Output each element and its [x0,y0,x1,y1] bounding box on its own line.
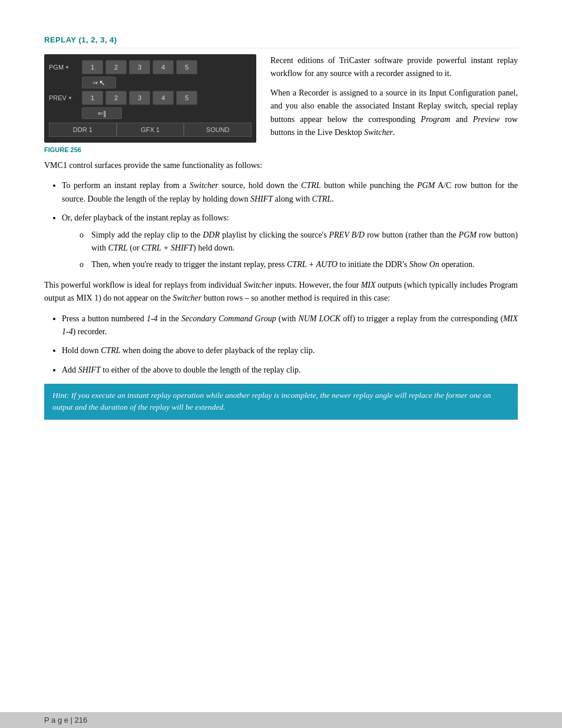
sub-bullet-item-2: Then, when you're ready to trigger the i… [80,258,518,271]
bullet-item-3: Press a button numbered 1-4 in the Secon… [62,312,518,339]
sub-bullet-list: Simply add the replay clip to the DDR pl… [80,229,518,272]
body-text-2: This powerful workflow is ideal for repl… [44,279,518,305]
switcher-figure: PGM ▼ 1 2 3 4 5 ⇒ ↖ [44,54,256,153]
figure-text-row: PGM ▼ 1 2 3 4 5 ⇒ ↖ [44,54,518,153]
right-text-column: Recent editions of TriCaster software pr… [270,54,518,145]
pgm-btn-4[interactable]: 4 [153,60,174,74]
pgm-row: PGM ▼ 1 2 3 4 5 [49,60,252,74]
bullet-item-1: To perform an instant replay from a Swit… [62,179,518,206]
switcher-display: PGM ▼ 1 2 3 4 5 ⇒ ↖ [44,54,256,143]
replay-arrow-btn[interactable]: ⇒ ↖ [82,77,116,88]
replay-pause-icon: ⇐‖ [98,110,107,117]
cursor-icon: ↖ [99,78,105,87]
figure-caption: FIGURE 256 [44,146,256,153]
bottom-row: DDR 1 GFX 1 SOUND [49,123,252,137]
hint-box: Hint: If you execute an instant replay o… [44,384,518,420]
prev-btn-4[interactable]: 4 [153,91,174,105]
pgm-label: PGM ▼ [49,64,80,71]
bullet-list-1: To perform an instant replay from a Swit… [62,179,518,271]
prev-btn-1[interactable]: 1 [82,91,103,105]
replay-pause-btn[interactable]: ⇐‖ [82,107,122,119]
page-footer: P a g e | 216 [0,712,562,728]
body-intro-text: VMC1 control surfaces provide the same f… [44,159,518,172]
pgm-btn-3[interactable]: 3 [129,60,150,74]
prev-row: PREV ▼ 1 2 3 4 5 [49,91,252,105]
pgm-arrow-icon: ▼ [65,65,70,70]
bullet-item-5: Add SHIFT to either of the above to doub… [62,364,518,377]
section-heading: REPLAY (1, 2, 3, 4) [44,35,518,48]
gfx1-btn[interactable]: GFX 1 [117,123,184,137]
prev-arrow-icon: ▼ [68,95,72,101]
pgm-btn-2[interactable]: 2 [105,60,127,74]
bullet-item-2: Or, defer playback of the instant replay… [62,212,518,272]
prev-btn-3[interactable]: 3 [129,91,150,105]
page-number: P a g e | 216 [44,716,87,724]
sound-btn[interactable]: SOUND [184,123,252,137]
replay-play-icon: ⇒ [92,79,98,87]
right-para-2: When a Recorder is assigned to a source … [270,87,518,140]
sub-bullet-item-1: Simply add the replay clip to the DDR pl… [80,229,518,255]
prev-btn-2[interactable]: 2 [105,91,127,105]
prev-label: PREV ▼ [49,94,80,101]
ddr1-btn[interactable]: DDR 1 [49,123,117,137]
right-para-1: Recent editions of TriCaster software pr… [270,54,518,81]
bullet-item-4: Hold down CTRL when doing the above to d… [62,344,518,357]
prev-btn-5[interactable]: 5 [176,91,197,105]
bullet-list-2: Press a button numbered 1-4 in the Secon… [62,312,518,377]
pgm-btn-1[interactable]: 1 [82,60,103,74]
pgm-btn-5[interactable]: 5 [176,60,197,74]
